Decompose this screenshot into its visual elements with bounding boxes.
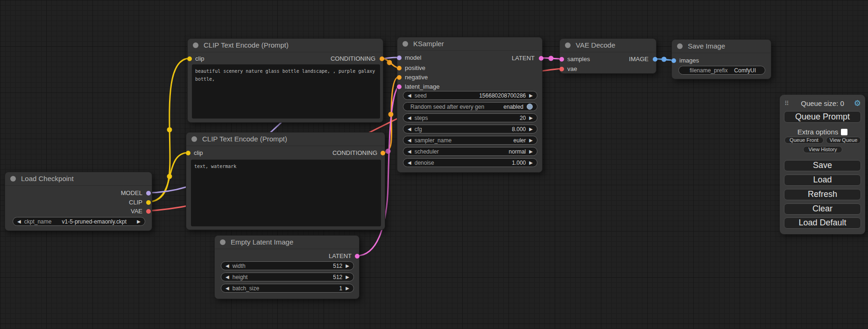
clip-input-port[interactable] bbox=[186, 151, 191, 155]
filename-prefix-widget[interactable]: filename_prefix ComfyUI bbox=[678, 66, 765, 75]
load-button[interactable]: Load bbox=[784, 175, 861, 186]
model-output-port[interactable] bbox=[146, 191, 151, 196]
increment-arrow-icon[interactable]: ▶ bbox=[346, 284, 349, 292]
comfyui-canvas[interactable]: { "colors": { "model_link": "#b3a1e6", "… bbox=[0, 0, 868, 329]
save-button[interactable]: Save bbox=[784, 160, 861, 171]
height-widget[interactable]: ◀ height 512 ▶ bbox=[221, 273, 354, 281]
vae-input-port[interactable] bbox=[559, 67, 564, 71]
increment-arrow-icon[interactable]: ▶ bbox=[529, 159, 533, 167]
latent-output-port[interactable] bbox=[539, 56, 543, 61]
input-label-clip: clip bbox=[195, 55, 205, 63]
decrement-arrow-icon[interactable]: ◀ bbox=[408, 91, 411, 99]
node-clip-text-encode-negative[interactable]: CLIP Text Encode (Prompt) clip CONDITION… bbox=[186, 132, 385, 230]
widget-value: v1-5-pruned-emaonly.ckpt bbox=[62, 218, 127, 225]
view-queue-button[interactable]: View Queue bbox=[826, 137, 861, 144]
latent-image-input-port[interactable] bbox=[397, 84, 402, 89]
extra-options-checkbox[interactable] bbox=[841, 129, 847, 135]
conditioning-output-port[interactable] bbox=[380, 56, 384, 61]
decrement-arrow-icon[interactable]: ◀ bbox=[408, 136, 411, 144]
node-vae-decode[interactable]: VAE Decode samples vae IMAGE bbox=[559, 38, 656, 74]
decrement-arrow-icon[interactable]: ◀ bbox=[408, 159, 411, 167]
input-label-negative: negative bbox=[405, 73, 428, 82]
samples-input-port[interactable] bbox=[559, 57, 564, 62]
cfg-widget[interactable]: ◀ cfg 8.000 ▶ bbox=[403, 125, 537, 133]
node-load-checkpoint[interactable]: Load Checkpoint MODEL CLIP VAE ◀ ckpt_na… bbox=[5, 172, 152, 231]
node-empty-latent-image[interactable]: Empty Latent Image LATENT ◀ width 512 ▶ … bbox=[214, 235, 360, 299]
denoise-widget[interactable]: ◀ denoise 1.000 ▶ bbox=[403, 158, 537, 167]
link-dot bbox=[662, 57, 667, 62]
increment-arrow-icon[interactable]: ▶ bbox=[346, 262, 349, 270]
model-input-port[interactable] bbox=[397, 56, 402, 60]
decrement-arrow-icon[interactable]: ◀ bbox=[408, 125, 411, 133]
widget-label: batch_size bbox=[233, 285, 259, 292]
positive-input-port[interactable] bbox=[397, 66, 402, 70]
clip-output-port[interactable] bbox=[146, 200, 151, 205]
increment-arrow-icon[interactable]: ▶ bbox=[529, 114, 533, 122]
node-title-bar[interactable]: Save Image bbox=[672, 40, 771, 53]
prompt-textarea[interactable]: text, watermark bbox=[191, 160, 381, 226]
input-label-images: images bbox=[679, 56, 699, 65]
latent-output-port[interactable] bbox=[355, 254, 360, 259]
ckpt-name-widget[interactable]: ◀ ckpt_name v1-5-pruned-emaonly.ckpt ▶ bbox=[13, 217, 145, 226]
node-title-bar[interactable]: Empty Latent Image bbox=[215, 236, 359, 249]
width-widget[interactable]: ◀ width 512 ▶ bbox=[221, 261, 354, 270]
steps-widget[interactable]: ◀ steps 20 ▶ bbox=[403, 113, 537, 122]
sampler-name-widget[interactable]: ◀ sampler_name euler ▶ bbox=[403, 136, 537, 145]
scheduler-widget[interactable]: ◀ scheduler normal ▶ bbox=[403, 147, 537, 156]
clear-button[interactable]: Clear bbox=[784, 203, 861, 215]
view-history-button[interactable]: View History bbox=[803, 146, 842, 153]
increment-arrow-icon[interactable]: ▶ bbox=[529, 147, 533, 155]
random-seed-toggle-widget[interactable]: Random seed after every gen enabled bbox=[403, 102, 537, 111]
collapse-dot-icon[interactable] bbox=[193, 42, 198, 48]
collapse-dot-icon[interactable] bbox=[10, 176, 16, 182]
batch-size-widget[interactable]: ◀ batch_size 1 ▶ bbox=[221, 284, 354, 293]
widget-label: steps bbox=[415, 115, 428, 121]
increment-arrow-icon[interactable]: ▶ bbox=[346, 273, 349, 281]
queue-panel: Queue size: 0 ⠿ ⚙ Queue Prompt Extra opt… bbox=[780, 95, 865, 234]
node-ksampler[interactable]: KSampler model positive negative latent_… bbox=[397, 37, 543, 173]
collapse-dot-icon[interactable] bbox=[402, 41, 408, 47]
node-title: CLIP Text Encode (Prompt) bbox=[204, 41, 289, 49]
toggle-on-icon[interactable] bbox=[527, 104, 533, 110]
increment-arrow-icon[interactable]: ▶ bbox=[529, 125, 533, 133]
increment-arrow-icon[interactable]: ▶ bbox=[529, 91, 533, 99]
node-clip-text-encode-positive[interactable]: CLIP Text Encode (Prompt) clip CONDITION… bbox=[187, 38, 383, 123]
node-title-bar[interactable]: CLIP Text Encode (Prompt) bbox=[188, 39, 383, 52]
settings-gear-icon[interactable]: ⚙ bbox=[854, 99, 861, 108]
node-title-bar[interactable]: Load Checkpoint bbox=[5, 172, 152, 186]
collapse-dot-icon[interactable] bbox=[191, 136, 197, 142]
collapse-dot-icon[interactable] bbox=[565, 42, 571, 48]
output-label-conditioning: CONDITIONING bbox=[331, 55, 375, 63]
queue-prompt-button[interactable]: Queue Prompt bbox=[784, 111, 861, 123]
collapse-dot-icon[interactable] bbox=[677, 43, 683, 49]
seed-widget[interactable]: ◀ seed 156680208700286 ▶ bbox=[403, 91, 537, 100]
decrement-arrow-icon[interactable]: ◀ bbox=[17, 217, 21, 225]
node-title-bar[interactable]: KSampler bbox=[397, 37, 542, 51]
increment-arrow-icon[interactable]: ▶ bbox=[529, 136, 533, 144]
widget-value: euler bbox=[514, 137, 526, 144]
prompt-textarea[interactable]: beautiful scenery nature glass bottle la… bbox=[192, 64, 380, 119]
decrement-arrow-icon[interactable]: ◀ bbox=[226, 262, 229, 270]
drag-handle-icon[interactable]: ⠿ bbox=[784, 100, 788, 107]
collapse-dot-icon[interactable] bbox=[220, 239, 226, 245]
refresh-button[interactable]: Refresh bbox=[784, 189, 861, 200]
vae-output-port[interactable] bbox=[146, 209, 151, 214]
node-title-bar[interactable]: CLIP Text Encode (Prompt) bbox=[186, 133, 385, 146]
node-save-image[interactable]: Save Image images filename_prefix ComfyU… bbox=[671, 39, 771, 79]
input-label-clip: clip bbox=[194, 149, 203, 157]
decrement-arrow-icon[interactable]: ◀ bbox=[408, 114, 411, 122]
queue-front-button[interactable]: Queue Front bbox=[784, 137, 824, 144]
load-default-button[interactable]: Load Default bbox=[784, 217, 861, 229]
negative-input-port[interactable] bbox=[397, 75, 402, 80]
increment-arrow-icon[interactable]: ▶ bbox=[137, 217, 141, 225]
input-label-model: model bbox=[405, 54, 421, 62]
widget-value: normal bbox=[509, 148, 526, 155]
decrement-arrow-icon[interactable]: ◀ bbox=[226, 273, 229, 281]
decrement-arrow-icon[interactable]: ◀ bbox=[226, 284, 229, 292]
image-output-port[interactable] bbox=[653, 57, 657, 62]
decrement-arrow-icon[interactable]: ◀ bbox=[408, 147, 411, 155]
clip-input-port[interactable] bbox=[187, 56, 192, 61]
images-input-port[interactable] bbox=[671, 58, 676, 63]
node-title-bar[interactable]: VAE Decode bbox=[560, 39, 656, 52]
conditioning-output-port[interactable] bbox=[381, 151, 385, 155]
